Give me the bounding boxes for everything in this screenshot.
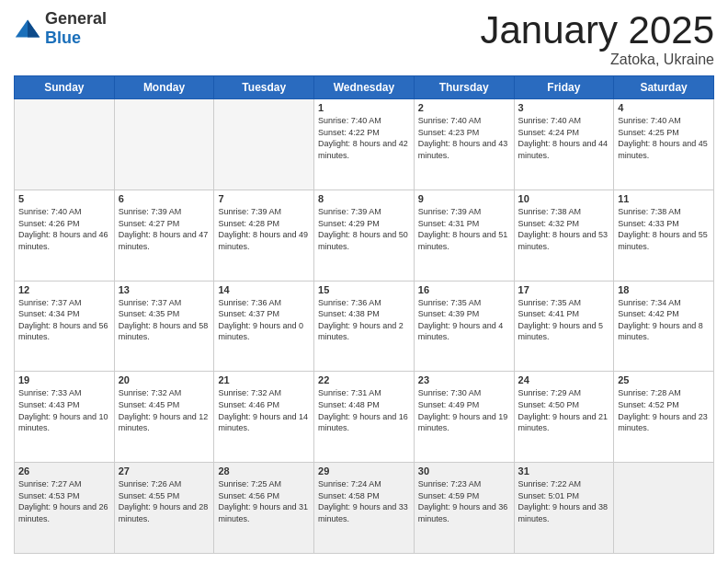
day-number: 5 bbox=[18, 193, 110, 204]
day-number: 2 bbox=[418, 102, 510, 113]
day-number: 27 bbox=[119, 465, 210, 477]
cell-content: Sunrise: 7:37 AM Sunset: 4:34 PM Dayligh… bbox=[18, 297, 110, 343]
weekday-header-thursday: Thursday bbox=[414, 76, 514, 99]
cell-content: Sunrise: 7:34 AM Sunset: 4:42 PM Dayligh… bbox=[618, 297, 710, 343]
calendar-cell: 18Sunrise: 7:34 AM Sunset: 4:42 PM Dayli… bbox=[614, 281, 714, 372]
logo: General Blue bbox=[14, 9, 107, 48]
svg-marker-1 bbox=[28, 19, 40, 37]
cell-content: Sunrise: 7:38 AM Sunset: 4:32 PM Dayligh… bbox=[518, 206, 610, 252]
day-number: 9 bbox=[418, 193, 510, 204]
day-number: 17 bbox=[518, 284, 610, 295]
day-number: 6 bbox=[119, 193, 210, 204]
cell-content: Sunrise: 7:33 AM Sunset: 4:43 PM Dayligh… bbox=[18, 387, 110, 433]
day-number: 16 bbox=[418, 284, 510, 295]
cell-content: Sunrise: 7:32 AM Sunset: 4:46 PM Dayligh… bbox=[218, 387, 310, 433]
calendar-cell bbox=[15, 99, 115, 190]
calendar-cell: 19Sunrise: 7:33 AM Sunset: 4:43 PM Dayli… bbox=[15, 372, 115, 463]
weekday-header-wednesday: Wednesday bbox=[314, 76, 415, 99]
cell-content: Sunrise: 7:25 AM Sunset: 4:56 PM Dayligh… bbox=[218, 478, 310, 524]
calendar-cell: 6Sunrise: 7:39 AM Sunset: 4:27 PM Daylig… bbox=[114, 190, 214, 281]
cell-content: Sunrise: 7:31 AM Sunset: 4:48 PM Dayligh… bbox=[318, 387, 410, 433]
day-number: 1 bbox=[318, 102, 410, 113]
calendar-cell bbox=[114, 99, 214, 190]
day-number: 22 bbox=[318, 374, 410, 385]
weekday-header-tuesday: Tuesday bbox=[214, 76, 314, 99]
logo-text: General Blue bbox=[45, 9, 107, 48]
calendar-week-1: 1Sunrise: 7:40 AM Sunset: 4:22 PM Daylig… bbox=[15, 99, 714, 190]
calendar-cell: 13Sunrise: 7:37 AM Sunset: 4:35 PM Dayli… bbox=[114, 281, 214, 372]
day-number: 7 bbox=[218, 193, 310, 204]
calendar-week-2: 5Sunrise: 7:40 AM Sunset: 4:26 PM Daylig… bbox=[15, 190, 714, 281]
calendar-cell: 26Sunrise: 7:27 AM Sunset: 4:53 PM Dayli… bbox=[15, 463, 115, 554]
cell-content: Sunrise: 7:40 AM Sunset: 4:22 PM Dayligh… bbox=[318, 115, 410, 161]
calendar-cell: 4Sunrise: 7:40 AM Sunset: 4:25 PM Daylig… bbox=[614, 99, 714, 190]
day-number: 11 bbox=[618, 193, 710, 204]
cell-content: Sunrise: 7:38 AM Sunset: 4:33 PM Dayligh… bbox=[618, 206, 710, 252]
day-number: 19 bbox=[18, 374, 110, 385]
calendar-cell: 10Sunrise: 7:38 AM Sunset: 4:32 PM Dayli… bbox=[514, 190, 614, 281]
calendar-cell: 9Sunrise: 7:39 AM Sunset: 4:31 PM Daylig… bbox=[414, 190, 514, 281]
cell-content: Sunrise: 7:35 AM Sunset: 4:39 PM Dayligh… bbox=[418, 297, 510, 343]
day-number: 20 bbox=[119, 374, 210, 385]
day-number: 14 bbox=[218, 284, 310, 295]
month-title: January 2025 bbox=[480, 9, 714, 52]
day-number: 25 bbox=[618, 374, 710, 385]
calendar-cell: 11Sunrise: 7:38 AM Sunset: 4:33 PM Dayli… bbox=[614, 190, 714, 281]
cell-content: Sunrise: 7:29 AM Sunset: 4:50 PM Dayligh… bbox=[518, 387, 610, 433]
calendar-week-5: 26Sunrise: 7:27 AM Sunset: 4:53 PM Dayli… bbox=[15, 463, 714, 554]
day-number: 3 bbox=[518, 102, 610, 113]
cell-content: Sunrise: 7:35 AM Sunset: 4:41 PM Dayligh… bbox=[518, 297, 610, 343]
calendar-cell: 12Sunrise: 7:37 AM Sunset: 4:34 PM Dayli… bbox=[15, 281, 115, 372]
calendar-cell: 1Sunrise: 7:40 AM Sunset: 4:22 PM Daylig… bbox=[314, 99, 415, 190]
calendar-cell: 8Sunrise: 7:39 AM Sunset: 4:29 PM Daylig… bbox=[314, 190, 415, 281]
calendar-cell: 27Sunrise: 7:26 AM Sunset: 4:55 PM Dayli… bbox=[114, 463, 214, 554]
day-number: 8 bbox=[318, 193, 410, 204]
day-number: 30 bbox=[418, 465, 510, 477]
cell-content: Sunrise: 7:39 AM Sunset: 4:27 PM Dayligh… bbox=[119, 206, 210, 252]
day-number: 23 bbox=[418, 374, 510, 385]
weekday-header-friday: Friday bbox=[514, 76, 614, 99]
cell-content: Sunrise: 7:32 AM Sunset: 4:45 PM Dayligh… bbox=[119, 387, 210, 433]
day-number: 21 bbox=[218, 374, 310, 385]
weekday-header-monday: Monday bbox=[114, 76, 214, 99]
calendar-cell bbox=[214, 99, 314, 190]
calendar-cell: 28Sunrise: 7:25 AM Sunset: 4:56 PM Dayli… bbox=[214, 463, 314, 554]
calendar-cell: 22Sunrise: 7:31 AM Sunset: 4:48 PM Dayli… bbox=[314, 372, 415, 463]
cell-content: Sunrise: 7:28 AM Sunset: 4:52 PM Dayligh… bbox=[618, 387, 710, 433]
calendar-cell: 2Sunrise: 7:40 AM Sunset: 4:23 PM Daylig… bbox=[414, 99, 514, 190]
calendar-cell: 15Sunrise: 7:36 AM Sunset: 4:38 PM Dayli… bbox=[314, 281, 415, 372]
calendar-cell: 17Sunrise: 7:35 AM Sunset: 4:41 PM Dayli… bbox=[514, 281, 614, 372]
cell-content: Sunrise: 7:26 AM Sunset: 4:55 PM Dayligh… bbox=[119, 478, 210, 524]
cell-content: Sunrise: 7:40 AM Sunset: 4:24 PM Dayligh… bbox=[518, 115, 610, 161]
day-number: 12 bbox=[18, 284, 110, 295]
calendar-cell: 23Sunrise: 7:30 AM Sunset: 4:49 PM Dayli… bbox=[414, 372, 514, 463]
calendar-cell: 20Sunrise: 7:32 AM Sunset: 4:45 PM Dayli… bbox=[114, 372, 214, 463]
day-number: 26 bbox=[18, 465, 110, 477]
cell-content: Sunrise: 7:39 AM Sunset: 4:28 PM Dayligh… bbox=[218, 206, 310, 252]
cell-content: Sunrise: 7:24 AM Sunset: 4:58 PM Dayligh… bbox=[318, 478, 410, 524]
cell-content: Sunrise: 7:36 AM Sunset: 4:38 PM Dayligh… bbox=[318, 297, 410, 343]
cell-content: Sunrise: 7:22 AM Sunset: 5:01 PM Dayligh… bbox=[518, 478, 610, 524]
location: Zatoka, Ukraine bbox=[480, 52, 714, 68]
day-number: 29 bbox=[318, 465, 410, 477]
day-number: 18 bbox=[618, 284, 710, 295]
day-number: 24 bbox=[518, 374, 610, 385]
cell-content: Sunrise: 7:36 AM Sunset: 4:37 PM Dayligh… bbox=[218, 297, 310, 343]
logo-icon bbox=[14, 18, 41, 39]
title-section: January 2025 Zatoka, Ukraine bbox=[480, 9, 714, 68]
calendar-cell: 30Sunrise: 7:23 AM Sunset: 4:59 PM Dayli… bbox=[414, 463, 514, 554]
day-number: 10 bbox=[518, 193, 610, 204]
calendar-cell: 29Sunrise: 7:24 AM Sunset: 4:58 PM Dayli… bbox=[314, 463, 415, 554]
weekday-header-row: SundayMondayTuesdayWednesdayThursdayFrid… bbox=[15, 76, 714, 99]
cell-content: Sunrise: 7:39 AM Sunset: 4:29 PM Dayligh… bbox=[318, 206, 410, 252]
calendar-cell: 3Sunrise: 7:40 AM Sunset: 4:24 PM Daylig… bbox=[514, 99, 614, 190]
logo-blue: Blue bbox=[45, 29, 81, 47]
calendar-week-4: 19Sunrise: 7:33 AM Sunset: 4:43 PM Dayli… bbox=[15, 372, 714, 463]
cell-content: Sunrise: 7:40 AM Sunset: 4:26 PM Dayligh… bbox=[18, 206, 110, 252]
calendar-cell: 24Sunrise: 7:29 AM Sunset: 4:50 PM Dayli… bbox=[514, 372, 614, 463]
day-number: 31 bbox=[518, 465, 610, 477]
page: General Blue January 2025 Zatoka, Ukrain… bbox=[0, 0, 728, 563]
calendar-week-3: 12Sunrise: 7:37 AM Sunset: 4:34 PM Dayli… bbox=[15, 281, 714, 372]
cell-content: Sunrise: 7:27 AM Sunset: 4:53 PM Dayligh… bbox=[18, 478, 110, 524]
day-number: 4 bbox=[618, 102, 710, 113]
